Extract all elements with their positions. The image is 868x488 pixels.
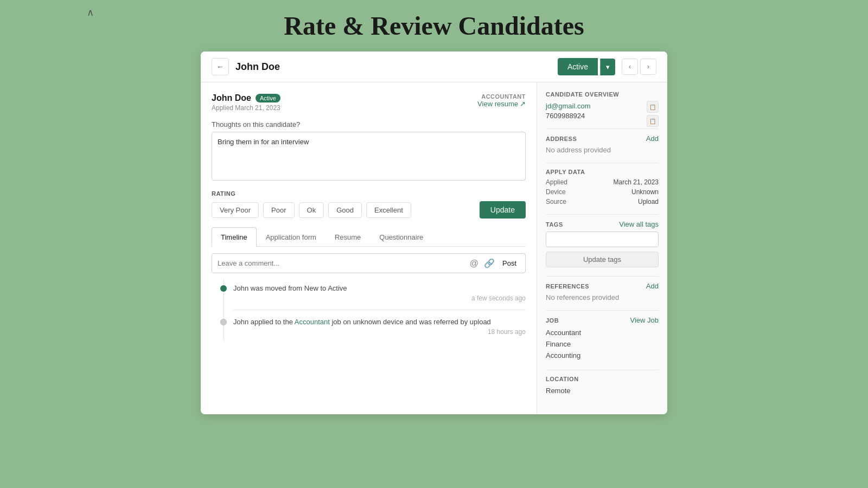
tabs-row: Timeline Application form Resume Questio… bbox=[212, 227, 526, 247]
apply-data-title: APPLY DATA bbox=[546, 169, 585, 175]
applied-date: Applied March 21, 2023 bbox=[212, 104, 280, 112]
rating-section: RATING Very Poor Poor Ok Good Excellent … bbox=[212, 190, 526, 219]
header-right: Active ▾ ‹ › bbox=[558, 58, 656, 75]
references-section: REFERENCES Add No references provided bbox=[546, 282, 659, 301]
back-button[interactable]: ← bbox=[212, 58, 229, 75]
thoughts-section: Thoughts on this candidate? Bring them i… bbox=[212, 120, 526, 183]
page-title: Rate & Review Candidates bbox=[284, 11, 584, 41]
location-header: LOCATION bbox=[546, 376, 659, 382]
address-section: ADDRESS Add No address provided bbox=[546, 134, 659, 154]
timeline-time-1: a few seconds ago bbox=[233, 294, 526, 302]
tab-resume[interactable]: Resume bbox=[326, 227, 370, 247]
job-category: Accounting bbox=[546, 350, 659, 362]
phone-copy-button[interactable]: 📋 bbox=[647, 115, 659, 127]
view-all-tags-link[interactable]: View all tags bbox=[619, 220, 659, 228]
apply-data-row-applied: Applied March 21, 2023 bbox=[546, 178, 659, 186]
candidate-overview-section: CANDIDATE OVERVIEW 📋 📋 jd@gmail.com 7609… bbox=[546, 91, 659, 120]
candidate-name: John Doe bbox=[212, 93, 251, 103]
rating-good[interactable]: Good bbox=[328, 202, 362, 218]
contact-icons: 📋 📋 bbox=[647, 101, 659, 127]
contact-info: 📋 📋 jd@gmail.com 7609988924 bbox=[546, 101, 659, 120]
email-copy-button[interactable]: 📋 bbox=[647, 101, 659, 113]
job-name: Accountant bbox=[546, 328, 659, 339]
timeline-dot-gray bbox=[220, 319, 227, 325]
rating-excellent[interactable]: Excellent bbox=[366, 202, 411, 218]
candidate-info: John Doe Active Applied March 21, 2023 bbox=[212, 93, 280, 112]
rating-very-poor[interactable]: Very Poor bbox=[212, 202, 259, 218]
candidate-phone: 7609988924 bbox=[546, 112, 659, 120]
rating-poor[interactable]: Poor bbox=[263, 202, 294, 218]
candidate-email[interactable]: jd@gmail.com bbox=[546, 102, 591, 110]
divider-6 bbox=[546, 370, 659, 370]
update-tags-button[interactable]: Update tags bbox=[546, 252, 659, 267]
divider-2 bbox=[546, 163, 659, 163]
references-title: REFERENCES bbox=[546, 283, 589, 290]
comment-input[interactable] bbox=[218, 259, 465, 267]
timeline-item-1: John was moved from New to Active a few … bbox=[212, 280, 526, 306]
view-resume-link[interactable]: View resume ↗ bbox=[477, 100, 526, 108]
job-section: JOB View Job Accountant Finance Accounti… bbox=[546, 316, 659, 361]
timeline-section: John was moved from New to Active a few … bbox=[212, 280, 526, 340]
thoughts-label: Thoughts on this candidate? bbox=[212, 120, 526, 129]
apply-data-section: APPLY DATA Applied March 21, 2023 Device… bbox=[546, 169, 659, 206]
candidate-overview-header: CANDIDATE OVERVIEW bbox=[546, 91, 659, 98]
scroll-up-arrow[interactable]: ∧ bbox=[87, 7, 94, 18]
tags-section: TAGS View all tags Update tags bbox=[546, 220, 659, 267]
rating-ok[interactable]: Ok bbox=[299, 202, 324, 218]
chevron-left-icon: ‹ bbox=[629, 63, 631, 70]
link-button[interactable]: 🔗 bbox=[483, 257, 496, 269]
mention-button[interactable]: @ bbox=[469, 258, 480, 269]
accountant-job-link[interactable]: Accountant bbox=[295, 318, 330, 326]
post-button[interactable]: Post bbox=[499, 258, 520, 268]
thoughts-textarea[interactable]: Bring them in for an interview bbox=[212, 132, 526, 181]
external-link-icon: ↗ bbox=[520, 100, 526, 108]
apply-data-header: APPLY DATA bbox=[546, 169, 659, 175]
references-value: No references provided bbox=[546, 293, 659, 301]
at-icon: @ bbox=[470, 259, 478, 268]
prev-candidate-button[interactable]: ‹ bbox=[622, 59, 638, 75]
timeline-divider bbox=[233, 310, 526, 310]
tags-title: TAGS bbox=[546, 221, 563, 228]
status-dropdown-button[interactable]: ▾ bbox=[600, 59, 615, 75]
location-value: Remote bbox=[546, 386, 659, 397]
location-section: LOCATION Remote bbox=[546, 376, 659, 397]
next-candidate-button[interactable]: › bbox=[640, 59, 656, 75]
timeline-content-1: John was moved from New to Active a few … bbox=[233, 284, 526, 302]
timeline-item-2: John applied to the Accountant job on un… bbox=[212, 313, 526, 340]
timeline-dot-green bbox=[220, 285, 227, 292]
tab-application-form[interactable]: Application form bbox=[257, 227, 326, 247]
candidate-right: ACCOUNTANT View resume ↗ bbox=[477, 93, 526, 108]
job-department: Finance bbox=[546, 339, 659, 350]
candidate-job-label: ACCOUNTANT bbox=[477, 93, 526, 100]
tab-questionnaire[interactable]: Questionnaire bbox=[370, 227, 432, 247]
link-icon: 🔗 bbox=[484, 259, 495, 268]
address-value: No address provided bbox=[546, 146, 659, 154]
view-job-link[interactable]: View Job bbox=[630, 316, 659, 324]
job-title-label: JOB bbox=[546, 317, 559, 324]
apply-data-row-device: Device Unknown bbox=[546, 188, 659, 196]
timeline-text-1: John was moved from New to Active bbox=[233, 284, 526, 292]
address-add-link[interactable]: Add bbox=[646, 134, 659, 143]
candidate-overview-title: CANDIDATE OVERVIEW bbox=[546, 91, 619, 98]
left-panel: John Doe Active Applied March 21, 2023 A… bbox=[201, 82, 537, 414]
references-add-link[interactable]: Add bbox=[646, 282, 659, 290]
update-rating-button[interactable]: Update bbox=[480, 201, 526, 219]
chevron-right-icon: › bbox=[647, 63, 649, 70]
timeline-time-2: 18 hours ago bbox=[233, 328, 526, 336]
candidate-header: John Doe Active Applied March 21, 2023 A… bbox=[212, 93, 526, 112]
chevron-down-icon: ▾ bbox=[606, 63, 610, 71]
comment-area: @ 🔗 Post bbox=[212, 253, 526, 273]
tags-input[interactable] bbox=[546, 232, 659, 247]
references-header: REFERENCES Add bbox=[546, 282, 659, 290]
active-status-button[interactable]: Active bbox=[558, 58, 598, 75]
timeline-content-2: John applied to the Accountant job on un… bbox=[233, 318, 526, 336]
timeline-text-2: John applied to the Accountant job on un… bbox=[233, 318, 526, 326]
candidate-name-row: John Doe Active bbox=[212, 93, 280, 103]
job-header: JOB View Job bbox=[546, 316, 659, 324]
tab-timeline[interactable]: Timeline bbox=[212, 227, 257, 247]
rating-label: RATING bbox=[212, 190, 526, 197]
location-title: LOCATION bbox=[546, 376, 579, 382]
header-left: ← John Doe bbox=[212, 58, 280, 75]
divider-4 bbox=[546, 276, 659, 277]
header-candidate-name: John Doe bbox=[235, 61, 280, 73]
